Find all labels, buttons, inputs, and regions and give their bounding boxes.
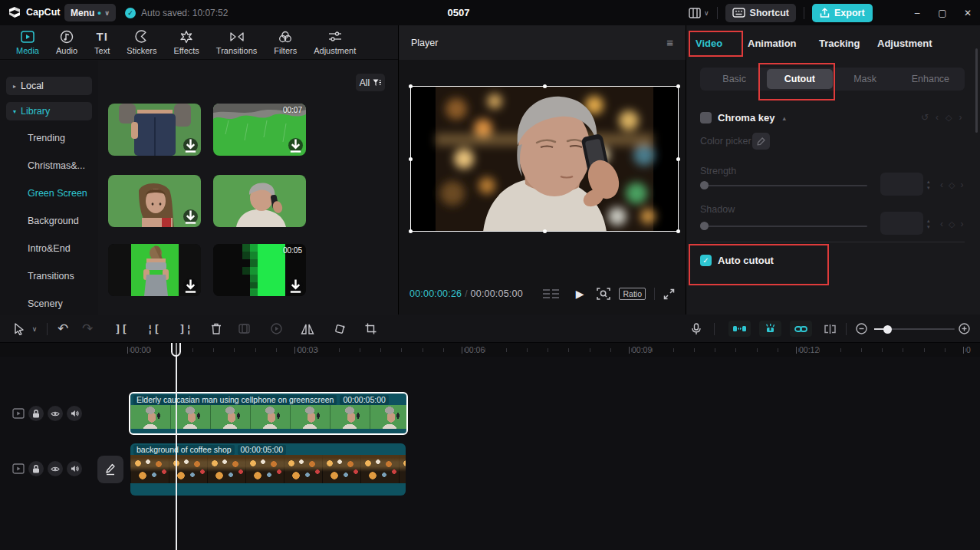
collapse-icon[interactable]: ▴ [782, 114, 786, 122]
media-thumbnail[interactable] [108, 175, 201, 227]
minimize-button[interactable]: – [909, 0, 925, 25]
media-thumbnail[interactable] [213, 175, 306, 227]
timeline-clip-coffee-shop[interactable]: background of coffee shop 00:00:05:00 [130, 443, 406, 496]
sidebar-item-trending[interactable]: Trending [28, 133, 65, 145]
download-icon[interactable] [183, 278, 198, 293]
slider-knob[interactable] [700, 181, 709, 189]
tab-tracking[interactable]: Tracking [819, 38, 860, 49]
strength-stepper[interactable]: ▴▾ [927, 179, 930, 190]
sidebar-item-scenery[interactable]: Scenery [28, 298, 63, 311]
zoom-in-icon[interactable] [955, 315, 972, 343]
redo-icon[interactable]: ↷ [78, 315, 97, 343]
sidebar-item-local[interactable]: ▸ Local [6, 77, 92, 95]
scrollbar[interactable] [975, 48, 978, 133]
sidebar-item-christmas[interactable]: Christmas&... [28, 160, 85, 173]
keyframe-prev-icon[interactable]: ‹ [940, 179, 943, 190]
close-button[interactable]: ✕ [960, 0, 975, 25]
tab-filters[interactable]: Filters [265, 30, 305, 55]
media-thumbnail[interactable] [108, 104, 201, 156]
magnetic-toggle[interactable] [728, 321, 751, 337]
media-thumbnail[interactable] [108, 244, 201, 296]
play-circle-dim-icon[interactable] [267, 315, 285, 343]
tab-stickers[interactable]: Stickers [118, 30, 165, 55]
delete-icon[interactable] [207, 315, 225, 343]
tab-media[interactable]: Media [8, 30, 48, 55]
auto-snap-toggle[interactable] [759, 321, 781, 337]
eyedropper-button[interactable] [752, 133, 770, 150]
preview-focus-icon[interactable] [597, 288, 610, 300]
keyframe-prev-icon[interactable]: ‹ [936, 112, 939, 123]
auto-cutout-checkbox[interactable]: ✓ [700, 255, 712, 266]
segment-mask[interactable]: Mask [833, 69, 898, 89]
keyframe-icon[interactable]: ◇ [949, 219, 955, 229]
frame-by-frame-icon[interactable] [543, 288, 559, 299]
tab-effects[interactable]: Effects [165, 30, 207, 55]
media-thumbnail[interactable]: 00:05 [213, 244, 306, 296]
toggle-visibility-icon[interactable] [48, 461, 63, 476]
zoom-slider-knob[interactable] [883, 325, 892, 334]
chroma-key-checkbox[interactable] [700, 112, 712, 124]
playhead-handle[interactable] [171, 343, 181, 357]
keyframe-prev-icon[interactable]: ‹ [940, 219, 943, 229]
segment-basic[interactable]: Basic [702, 69, 767, 89]
fullscreen-icon[interactable] [663, 288, 675, 300]
workspace-layout-button[interactable]: ∨ [689, 8, 709, 18]
keyframe-icon[interactable]: ◇ [949, 180, 955, 190]
lock-icon[interactable] [28, 406, 44, 421]
crop-icon[interactable] [360, 315, 380, 343]
strength-slider[interactable] [700, 185, 867, 186]
keyframe-next-icon[interactable]: › [960, 219, 963, 229]
tab-adjustment[interactable]: Adjustment [877, 38, 932, 49]
reset-icon[interactable]: ↺ [921, 112, 929, 123]
select-cursor-icon[interactable] [11, 315, 28, 343]
shadow-slider[interactable] [700, 226, 867, 227]
rotate-icon[interactable] [330, 315, 350, 343]
overlay-dim-icon[interactable] [235, 315, 253, 343]
sidebar-item-intro-end[interactable]: Intro&End [28, 243, 71, 255]
download-icon[interactable] [288, 138, 303, 153]
maximize-button[interactable]: ▢ [935, 0, 950, 25]
play-icon[interactable]: ▶ [576, 288, 584, 300]
mute-icon[interactable] [67, 461, 82, 476]
tab-adjustment[interactable]: Adjustment [305, 30, 364, 55]
tab-video[interactable]: Video [696, 38, 722, 49]
record-voiceover-icon[interactable] [687, 315, 705, 343]
segment-cutout[interactable]: Cutout [767, 69, 832, 89]
shortcut-button[interactable]: Shortcut [725, 4, 796, 22]
stepper-up-icon[interactable]: ▴ [927, 179, 930, 184]
tab-text[interactable]: TI Text [86, 30, 118, 55]
keyframe-icon[interactable]: ◇ [945, 113, 952, 123]
download-icon[interactable] [183, 209, 198, 224]
ripple-edit-icon[interactable] [819, 315, 840, 343]
tab-audio[interactable]: Audio [48, 30, 86, 55]
download-icon[interactable] [288, 278, 303, 293]
sidebar-item-background[interactable]: Background [28, 216, 79, 228]
shadow-value-box[interactable] [880, 212, 923, 235]
link-toggle[interactable] [790, 321, 812, 337]
export-button[interactable]: Export [812, 4, 873, 22]
mute-icon[interactable] [67, 406, 82, 421]
stepper-down-icon[interactable]: ▾ [927, 224, 930, 229]
delete-left-icon[interactable]: ¦[ [144, 315, 163, 343]
shadow-stepper[interactable]: ▴▾ [927, 218, 930, 229]
playhead-line[interactable] [176, 343, 177, 550]
stepper-up-icon[interactable]: ▴ [927, 218, 930, 223]
sidebar-item-transitions[interactable]: Transitions [28, 271, 74, 283]
zoom-out-icon[interactable] [853, 315, 870, 343]
hamburger-menu-icon[interactable]: ≡ [666, 36, 673, 49]
keyframe-next-icon[interactable]: › [960, 179, 963, 190]
player-viewport[interactable] [410, 86, 679, 232]
toggle-visibility-icon[interactable] [48, 406, 63, 421]
menu-button[interactable]: Menu • ∨ [64, 4, 116, 21]
edit-cover-button[interactable] [97, 456, 123, 483]
undo-icon[interactable]: ↶ [54, 315, 72, 343]
filter-all-button[interactable]: All [356, 74, 385, 91]
sidebar-item-library[interactable]: ▾ Library [6, 102, 92, 120]
strength-value-box[interactable] [880, 173, 923, 196]
keyframe-next-icon[interactable]: › [959, 112, 962, 123]
delete-right-icon[interactable]: ]¦ [176, 315, 195, 343]
tab-animation[interactable]: Animation [748, 38, 797, 49]
split-icon[interactable]: ][ [112, 315, 130, 343]
timeline-clip-greenscreen-man[interactable]: Elderly caucasian man using cellphone on… [129, 392, 408, 435]
timeline-ruler[interactable]: 00:00 00:03 00:06 00:09 00:12 0 [0, 343, 980, 357]
